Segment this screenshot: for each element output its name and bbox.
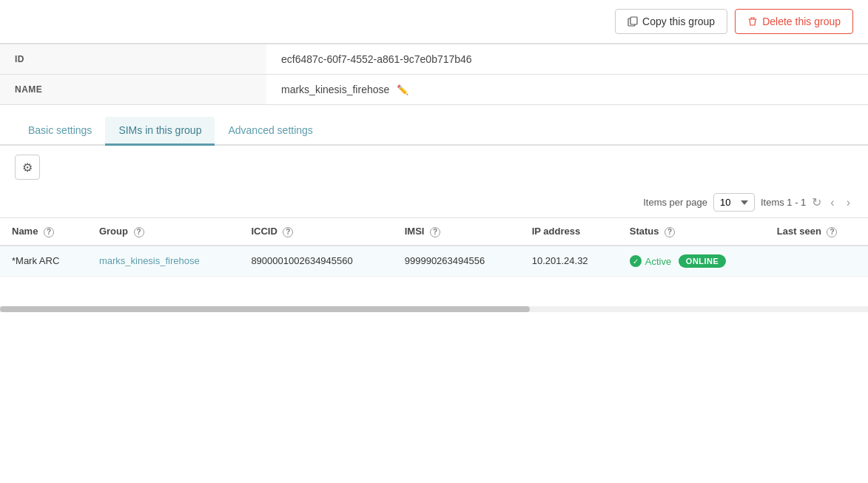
col-imsi: IMSI ? — [393, 218, 520, 246]
copy-icon — [628, 16, 638, 27]
table-row: *Mark ARC marks_kinesis_firehose 8900001… — [0, 246, 868, 277]
top-bar: Copy this group Delete this group — [0, 0, 868, 44]
prev-page-icon[interactable]: ‹ — [827, 195, 837, 211]
info-table: ID ecf6487c-60f7-4552-a861-9c7e0b717b46 … — [0, 44, 868, 105]
status-help-icon[interactable]: ? — [665, 227, 675, 237]
cell-status: ✓ Active ONLINE — [618, 246, 765, 277]
col-group: Group ? — [87, 218, 239, 246]
name-value: marks_kinesis_firehose ✏️ — [266, 75, 868, 105]
items-range-label: Items 1 - 1 — [761, 197, 806, 208]
pagination-bar: Items per page 10 25 50 100 Items 1 - 1 … — [0, 189, 868, 217]
name-label: NAME — [0, 75, 266, 105]
gear-settings-button[interactable]: ⚙ — [15, 155, 40, 180]
col-name: Name ? — [0, 218, 87, 246]
cell-iccid: 8900001002634945560 — [239, 246, 392, 277]
cell-group: marks_kinesis_firehose — [87, 246, 239, 277]
horizontal-scrollbar[interactable] — [0, 306, 868, 312]
next-page-icon[interactable]: › — [844, 195, 853, 211]
status-active: ✓ Active — [630, 255, 671, 267]
cell-imsi: 999990263494556 — [393, 246, 520, 277]
col-ip-address: IP address — [520, 218, 618, 246]
cell-name: *Mark ARC — [0, 246, 87, 277]
col-iccid: ICCID ? — [239, 218, 392, 246]
id-row: ID ecf6487c-60f7-4552-a861-9c7e0b717b46 — [0, 44, 868, 75]
svg-rect-1 — [630, 17, 637, 24]
edit-name-icon[interactable]: ✏️ — [397, 84, 408, 95]
online-badge: ONLINE — [679, 254, 727, 268]
tabs-bar: Basic settings SIMs in this group Advanc… — [0, 117, 868, 146]
scrollbar-thumb[interactable] — [0, 306, 530, 312]
cell-ip-address: 10.201.24.32 — [520, 246, 618, 277]
tab-basic-settings[interactable]: Basic settings — [15, 117, 105, 146]
col-status: Status ? — [618, 218, 765, 246]
tab-advanced-settings[interactable]: Advanced settings — [215, 117, 326, 146]
delete-this-group-button[interactable]: Delete this group — [735, 9, 853, 34]
name-row: NAME marks_kinesis_firehose ✏️ — [0, 75, 868, 105]
status-label: Active — [645, 256, 671, 267]
trash-icon — [747, 16, 758, 27]
name-help-icon[interactable]: ? — [44, 227, 54, 237]
iccid-help-icon[interactable]: ? — [283, 227, 293, 237]
cell-last-seen — [765, 246, 868, 277]
group-link[interactable]: marks_kinesis_firehose — [99, 255, 200, 266]
items-per-page-select[interactable]: 10 25 50 100 — [713, 193, 755, 212]
group-help-icon[interactable]: ? — [134, 227, 144, 237]
table-toolbar: ⚙ — [0, 146, 868, 189]
gear-icon: ⚙ — [22, 161, 33, 175]
copy-this-group-button[interactable]: Copy this group — [615, 9, 727, 34]
sims-table: Name ? Group ? ICCID ? IMSI ? IP address… — [0, 217, 868, 277]
imsi-help-icon[interactable]: ? — [430, 227, 440, 237]
tab-sims-in-this-group[interactable]: SIMs in this group — [105, 117, 215, 146]
last-seen-help-icon[interactable]: ? — [827, 227, 837, 237]
items-per-page-label: Items per page — [643, 197, 707, 208]
refresh-icon[interactable]: ↻ — [812, 195, 821, 209]
id-label: ID — [0, 44, 266, 75]
id-value: ecf6487c-60f7-4552-a861-9c7e0b717b46 — [266, 44, 868, 75]
col-last-seen: Last seen ? — [765, 218, 868, 246]
check-circle-icon: ✓ — [630, 255, 642, 267]
table-header-row: Name ? Group ? ICCID ? IMSI ? IP address… — [0, 218, 868, 246]
